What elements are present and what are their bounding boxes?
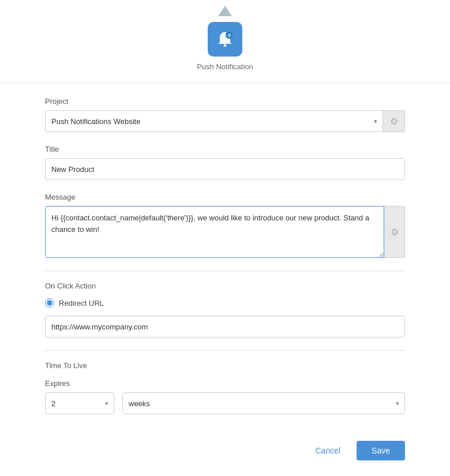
redirect-url-radio-row: Redirect URL — [45, 298, 405, 308]
message-textarea-wrapper: Hi {{contact.contact_name|default('there… — [45, 206, 405, 258]
project-select[interactable]: Push Notifications Website Project 2 Pro… — [45, 110, 383, 132]
connector-arrow — [218, 6, 232, 16]
project-label: Project — [45, 97, 405, 106]
ttl-divider — [45, 350, 405, 351]
footer-actions: Cancel Save — [0, 432, 450, 470]
ttl-section: Time To Live Expires 1 2 3 4 5 ▾ days we… — [45, 350, 405, 414]
redirect-url-input[interactable] — [45, 316, 405, 338]
message-group: Message Hi {{contact.contact_name|defaul… — [45, 193, 405, 258]
title-input[interactable] — [45, 158, 405, 180]
save-button[interactable]: Save — [357, 441, 405, 460]
on-click-divider — [45, 271, 405, 271]
project-gear-icon: ⚙ — [390, 116, 398, 127]
message-label: Message — [45, 193, 405, 201]
push-notification-icon-box: ⚙ — [208, 22, 242, 57]
svg-point-0 — [224, 44, 227, 47]
title-group: Title — [45, 145, 405, 180]
on-click-group: On Click Action Redirect URL — [45, 282, 405, 338]
message-textarea[interactable]: Hi {{contact.contact_name|default('there… — [45, 206, 384, 258]
form-section: Project Push Notifications Website Proje… — [0, 83, 450, 426]
project-input-row: Push Notifications Website Project 2 Pro… — [45, 110, 405, 132]
expires-label: Expires — [45, 379, 405, 388]
message-gear-icon: ⚙ — [391, 227, 399, 238]
expires-unit-wrapper: days weeks months ▾ — [122, 392, 405, 414]
expires-number-select[interactable]: 1 2 3 4 5 — [45, 392, 114, 414]
ttl-label: Time To Live — [45, 361, 405, 370]
icon-block: ⚙ Push Notification — [0, 16, 450, 83]
project-select-wrapper: Push Notifications Website Project 2 Pro… — [45, 110, 383, 132]
expires-unit-select[interactable]: days weeks months — [122, 392, 405, 414]
project-group: Project Push Notifications Website Proje… — [45, 97, 405, 132]
cancel-button[interactable]: Cancel — [308, 441, 347, 460]
svg-text:⚙: ⚙ — [227, 33, 231, 38]
redirect-url-radio-label: Redirect URL — [59, 299, 104, 308]
push-notification-label: Push Notification — [197, 62, 253, 71]
top-connector — [0, 0, 450, 16]
redirect-url-radio[interactable] — [45, 298, 54, 308]
message-gear-button[interactable]: ⚙ — [384, 206, 405, 258]
expires-number-wrapper: 1 2 3 4 5 ▾ — [45, 392, 114, 414]
on-click-action-label: On Click Action — [45, 282, 405, 290]
expires-row: 1 2 3 4 5 ▾ days weeks months ▾ — [45, 392, 405, 414]
project-gear-button[interactable]: ⚙ — [383, 110, 405, 132]
push-notification-svg: ⚙ — [215, 29, 235, 50]
title-label: Title — [45, 145, 405, 153]
